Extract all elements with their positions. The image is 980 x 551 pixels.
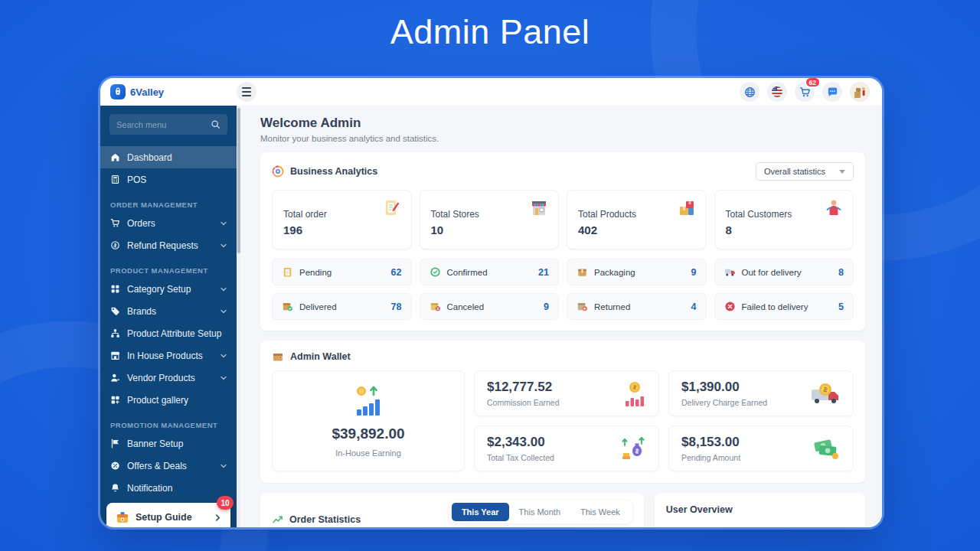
user-overview-title: User Overview — [666, 504, 733, 515]
order-statistics-icon — [272, 514, 283, 525]
wallet-pending-amount-card[interactable]: $8,153.00 Pending Amount — [668, 425, 854, 471]
chevron-down-icon — [220, 243, 227, 249]
stat-card-total-order[interactable]: Total order 196 — [272, 190, 412, 249]
delivered-icon — [282, 301, 293, 312]
caret-down-icon — [839, 170, 845, 174]
order-statistics-card: Order Statistics This Year This Month Th… — [260, 493, 644, 527]
analytics-icon — [272, 165, 284, 178]
pos-icon — [110, 174, 120, 184]
customer-person-icon — [824, 198, 844, 221]
brand-logo-icon — [110, 84, 126, 99]
store-icon — [110, 350, 120, 360]
attribute-sitemap-icon — [110, 328, 120, 338]
brand-logo[interactable]: 6Valley — [100, 84, 237, 99]
wallet-delivery-charge-card[interactable]: $1,390.00 Delivery Charge Earned — [668, 370, 854, 416]
sidebar-search[interactable] — [109, 114, 227, 135]
refund-icon — [110, 240, 120, 250]
chat-icon — [827, 86, 838, 98]
stat-card-total-stores[interactable]: Total Stores 10 — [420, 190, 560, 249]
pending-icon — [282, 266, 293, 278]
wallet-inhouse-earning-card[interactable]: $39,892.00 In-House Earning — [272, 370, 465, 471]
wallet-commission-earned-card[interactable]: $12,777.52 Commission Earned — [474, 370, 659, 416]
status-tile-canceled[interactable]: Canceled 9 — [420, 293, 560, 320]
admin-panel-window: 6Valley 62 — [100, 78, 882, 527]
tab-this-month[interactable]: This Month — [509, 503, 570, 521]
user-avatar[interactable] — [850, 82, 870, 102]
cart-badge: 62 — [805, 78, 821, 88]
status-tile-out-for-delivery[interactable]: Out for delivery 8 — [714, 259, 854, 285]
store-building-icon — [529, 198, 549, 221]
country-flag-button[interactable] — [767, 82, 787, 102]
setup-guide-label: Setup Guide — [136, 512, 208, 523]
chevron-down-icon — [220, 375, 227, 381]
chevron-down-icon — [220, 308, 227, 315]
sidebar-item-orders[interactable]: Orders — [100, 212, 237, 234]
gallery-icon — [110, 395, 120, 405]
us-flag-icon — [771, 86, 783, 98]
status-tile-delivered[interactable]: Delivered 78 — [272, 293, 412, 320]
main-content: Welcome Admin Monitor your business anal… — [240, 106, 882, 527]
banner-flag-icon — [110, 439, 120, 448]
business-analytics-card: Business Analytics Overall statistics To… — [260, 152, 865, 331]
order-clipboard-icon — [382, 198, 402, 221]
user-overview-card: User Overview — [655, 493, 865, 527]
sidebar-item-banner-setup[interactable]: Banner Setup — [100, 432, 237, 455]
sidebar-item-in-house-products[interactable]: In House Products — [100, 344, 237, 367]
search-input[interactable] — [116, 120, 211, 129]
stat-card-total-customers[interactable]: Total Customers 8 — [714, 190, 854, 249]
business-analytics-title: Business Analytics — [290, 166, 377, 177]
order-statistics-title: Order Statistics — [289, 514, 361, 525]
status-tile-failed-to-delivery[interactable]: Failed to delivery 5 — [714, 293, 854, 320]
sidebar-item-brands[interactable]: Brands — [100, 300, 237, 322]
failed-icon — [724, 301, 736, 312]
admin-wallet-card: Admin Wallet $39,892.00 In-House Earning… — [260, 341, 865, 483]
sidebar-item-product-attribute-setup[interactable]: Product Attribute Setup — [100, 322, 237, 344]
sidebar-item-dashboard[interactable]: Dashboard — [100, 146, 237, 168]
messages-button[interactable] — [822, 82, 842, 102]
status-tile-confirmed[interactable]: Confirmed 21 — [420, 259, 560, 285]
status-tile-pending[interactable]: Pending 62 — [272, 259, 412, 285]
canceled-icon — [430, 301, 441, 312]
sidebar-scrollbar[interactable] — [237, 106, 240, 527]
tab-this-week[interactable]: This Week — [570, 503, 630, 521]
sidebar-toggle-button[interactable] — [237, 82, 256, 102]
status-tile-packaging[interactable]: Packaging 9 — [567, 259, 707, 285]
sidebar-item-notification[interactable]: Notification — [100, 477, 237, 499]
sidebar-section-order-management: ORDER MANAGEMENT — [100, 191, 237, 212]
sidebar-item-offers-deals[interactable]: Offers & Deals — [100, 455, 237, 477]
products-boxes-icon — [677, 198, 697, 221]
stat-card-total-products[interactable]: Total Products 402 — [567, 190, 707, 249]
page-title: Admin Panel — [0, 12, 980, 52]
setup-guide-icon — [116, 510, 129, 524]
inhouse-earning-icon — [348, 384, 388, 419]
grid-icon — [110, 284, 120, 294]
vendor-user-icon — [110, 373, 120, 383]
sidebar-item-pos[interactable]: POS — [100, 168, 237, 191]
welcome-heading: Welcome Admin — [260, 116, 865, 131]
setup-guide-badge: 10 — [217, 496, 234, 510]
globe-icon — [744, 86, 756, 98]
language-globe-button[interactable] — [740, 82, 760, 102]
sidebar-item-refund-requests[interactable]: Refund Requests — [100, 234, 237, 256]
sidebar-item-product-gallery[interactable]: Product gallery — [100, 389, 237, 411]
cart-notifications-button[interactable]: 62 — [795, 82, 815, 102]
sidebar-item-vendor-products[interactable]: Vendor Products — [100, 367, 237, 389]
wallet-total-tax-card[interactable]: $2,343.00 Total Tax Collected — [474, 425, 659, 471]
status-tile-returned[interactable]: Returned 4 — [567, 293, 707, 320]
sidebar-section-promotion-management: PROMOTION MANAGEMENT — [100, 411, 237, 432]
statistics-filter-select[interactable]: Overall statistics — [756, 162, 854, 181]
offers-percent-icon — [110, 461, 120, 471]
wallet-icon — [272, 350, 284, 363]
admin-wallet-title: Admin Wallet — [290, 351, 351, 362]
search-icon — [211, 119, 220, 129]
commission-earned-icon — [620, 380, 646, 407]
sidebar-item-category-setup[interactable]: Category Setup — [100, 278, 237, 300]
confirmed-icon — [430, 266, 441, 278]
cart-icon — [110, 218, 120, 228]
setup-guide-button[interactable]: Setup Guide 10 — [106, 503, 230, 527]
tab-this-year[interactable]: This Year — [452, 503, 509, 521]
welcome-subtitle: Monitor your business analytics and stat… — [260, 134, 865, 143]
chevron-down-icon — [220, 220, 227, 227]
chevron-down-icon — [220, 353, 227, 359]
top-bar: 6Valley 62 — [100, 78, 882, 106]
